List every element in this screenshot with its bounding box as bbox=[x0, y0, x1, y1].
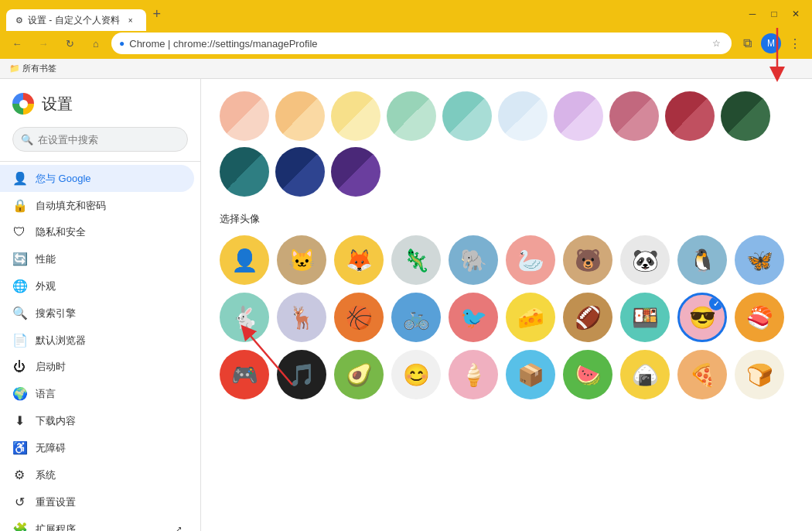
avatar-circle-a1[interactable]: 👤 bbox=[220, 235, 269, 285]
tab-title: 设置 - 自定义个人资料 bbox=[28, 14, 120, 27]
avatar-circle-a29[interactable]: 🍕 bbox=[677, 350, 727, 399]
new-tab-button[interactable]: + bbox=[146, 3, 168, 25]
sidebar-icon-startup: ⏻ bbox=[12, 360, 26, 374]
tab-close-button[interactable]: × bbox=[125, 14, 137, 26]
avatar-circle-a20[interactable]: 🍣 bbox=[735, 293, 784, 342]
sidebar-item-browser[interactable]: 📄 默认浏览器 bbox=[0, 327, 194, 354]
avatar-circle-a15[interactable]: 🐦 bbox=[449, 293, 498, 342]
color-circle-c5[interactable] bbox=[442, 91, 492, 141]
sidebar-item-startup[interactable]: ⏻ 启动时 bbox=[0, 354, 194, 380]
sidebar-item-extensions[interactable]: 🧩 扩展程序 ↗ bbox=[0, 516, 194, 531]
profile-button[interactable]: M bbox=[761, 33, 781, 53]
sidebar-label-privacy: 隐私和安全 bbox=[36, 225, 86, 239]
avatar-circle-a14[interactable]: 🚲 bbox=[391, 293, 441, 342]
url-bar[interactable]: ● Chrome | chrome://settings/manageProfi… bbox=[111, 33, 732, 54]
sidebar-label-language: 语言 bbox=[36, 387, 56, 401]
avatar-circle-a3[interactable]: 🦊 bbox=[334, 235, 384, 285]
close-button[interactable]: ✕ bbox=[786, 4, 806, 24]
color-circle-c13[interactable] bbox=[331, 147, 380, 197]
avatar-circle-a30[interactable]: 🍞 bbox=[735, 350, 784, 399]
forward-button[interactable]: → bbox=[32, 33, 54, 54]
color-circle-c8[interactable] bbox=[609, 91, 659, 141]
avatar-circle-a19[interactable]: 😎✓ bbox=[677, 293, 727, 342]
avatar-circle-a13[interactable]: 🏀 bbox=[334, 293, 384, 342]
avatar-emoji-a6: 🦢 bbox=[517, 248, 544, 273]
extensions-button[interactable]: ⧉ bbox=[736, 33, 758, 54]
avatar-circle-a25[interactable]: 🍦 bbox=[449, 350, 498, 399]
sidebar-item-reset[interactable]: ↺ 重置设置 bbox=[0, 488, 194, 516]
color-circle-c12[interactable] bbox=[275, 147, 325, 197]
sidebar-item-accessibility[interactable]: ♿ 无障碍 bbox=[0, 434, 194, 461]
color-circle-c2[interactable] bbox=[275, 91, 325, 141]
sidebar-item-privacy[interactable]: 🛡 隐私和安全 bbox=[0, 219, 194, 245]
star-button[interactable]: ☆ bbox=[708, 36, 724, 51]
active-tab[interactable]: ⚙ 设置 - 自定义个人资料 × bbox=[6, 9, 146, 31]
avatar-emoji-a23: 🥑 bbox=[346, 362, 373, 388]
avatar-circle-a21[interactable]: 🎮 bbox=[220, 350, 269, 399]
avatar-emoji-a16: 🧀 bbox=[517, 305, 544, 331]
settings-search-bar[interactable]: 🔍 bbox=[12, 127, 188, 152]
avatar-circle-a16[interactable]: 🧀 bbox=[506, 293, 555, 342]
restore-button[interactable]: □ bbox=[764, 4, 784, 24]
color-circle-c9[interactable] bbox=[665, 91, 715, 141]
search-icon: 🔍 bbox=[21, 134, 33, 146]
sidebar-item-sync[interactable]: 👤 您与 Google bbox=[0, 165, 194, 192]
avatar-circle-a26[interactable]: 📦 bbox=[506, 350, 555, 399]
color-circle-c1[interactable] bbox=[220, 91, 269, 141]
avatar-emoji-a26: 📦 bbox=[517, 362, 544, 388]
color-circle-c3[interactable] bbox=[331, 91, 380, 141]
sidebar-item-language[interactable]: 🌍 语言 bbox=[0, 380, 194, 407]
avatar-circle-a24[interactable]: 😊 bbox=[391, 350, 441, 399]
color-circle-c6[interactable] bbox=[498, 91, 548, 141]
sidebar-item-performance[interactable]: 🔄 性能 bbox=[0, 245, 194, 272]
sidebar-icon-search: 🔍 bbox=[12, 306, 26, 320]
home-button[interactable]: ⌂ bbox=[85, 33, 107, 54]
color-grid bbox=[220, 91, 793, 197]
color-circle-c11[interactable] bbox=[220, 147, 269, 197]
bookmarks-label: 所有书签 bbox=[22, 63, 56, 74]
avatar-circle-a9[interactable]: 🐧 bbox=[677, 235, 727, 285]
minimize-button[interactable]: ─ bbox=[742, 4, 763, 24]
avatar-circle-a17[interactable]: 🏈 bbox=[563, 293, 612, 342]
avatar-circle-a11[interactable]: 🐇 bbox=[220, 293, 269, 342]
search-input[interactable] bbox=[38, 134, 179, 146]
avatar-circle-a22[interactable]: 🎵 bbox=[277, 350, 326, 399]
avatar-circle-a8[interactable]: 🐼 bbox=[620, 235, 670, 285]
sidebar-item-downloads[interactable]: ⬇ 下载内容 bbox=[0, 407, 194, 434]
avatar-circle-a6[interactable]: 🦢 bbox=[506, 235, 555, 285]
bookmarks-bar: 📁 所有书签 bbox=[0, 59, 812, 79]
avatar-circle-a12[interactable]: 🦌 bbox=[277, 293, 326, 342]
sidebar-label-browser: 默认浏览器 bbox=[36, 334, 86, 348]
sidebar-item-autofill[interactable]: 🔒 自动填充和密码 bbox=[0, 192, 194, 219]
avatar-check-mark: ✓ bbox=[709, 296, 723, 310]
avatar-emoji-a4: 🦎 bbox=[403, 248, 430, 273]
avatar-circle-a18[interactable]: 🍱 bbox=[620, 293, 670, 342]
avatar-emoji-a11: 🐇 bbox=[231, 305, 258, 331]
sidebar-item-system[interactable]: ⚙ 系统 bbox=[0, 461, 194, 488]
avatar-circle-a27[interactable]: 🍉 bbox=[563, 350, 612, 399]
reload-button[interactable]: ↻ bbox=[59, 33, 80, 54]
avatar-emoji-a30: 🍞 bbox=[746, 362, 773, 388]
avatar-circle-a2[interactable]: 🐱 bbox=[277, 235, 326, 285]
avatar-circle-a7[interactable]: 🐻 bbox=[563, 235, 612, 285]
avatar-emoji-a15: 🐦 bbox=[460, 305, 487, 331]
sidebar-item-search[interactable]: 🔍 搜索引擎 bbox=[0, 300, 194, 327]
color-circle-c7[interactable] bbox=[554, 91, 603, 141]
sidebar-item-appearance[interactable]: 🌐 外观 bbox=[0, 272, 194, 300]
avatar-emoji-a18: 🍱 bbox=[632, 305, 659, 331]
avatar-circle-a10[interactable]: 🦋 bbox=[735, 235, 784, 285]
color-circle-c4[interactable] bbox=[387, 91, 436, 141]
sidebar-label-extensions: 扩展程序 bbox=[36, 522, 76, 532]
avatar-circle-a23[interactable]: 🥑 bbox=[334, 350, 384, 399]
url-security-icon: ● bbox=[119, 38, 125, 49]
menu-button[interactable]: ⋮ bbox=[784, 33, 806, 54]
color-circle-c10[interactable] bbox=[721, 91, 770, 141]
bookmarks-folder[interactable]: 📁 所有书签 bbox=[6, 61, 60, 76]
sidebar-label-autofill: 自动填充和密码 bbox=[36, 199, 106, 213]
avatar-circle-a28[interactable]: 🍙 bbox=[620, 350, 670, 399]
back-button[interactable]: ← bbox=[6, 33, 28, 54]
avatar-circle-a4[interactable]: 🦎 bbox=[391, 235, 441, 285]
avatar-emoji-a9: 🐧 bbox=[689, 248, 716, 273]
content-area[interactable]: 选择头像 👤🐱🦊🦎🐘🦢🐻🐼🐧🦋🐇🦌🏀🚲🐦🧀🏈🍱😎✓🍣🎮🎵🥑😊🍦📦🍉🍙🍕🍞 bbox=[201, 79, 812, 531]
avatar-circle-a5[interactable]: 🐘 bbox=[449, 235, 498, 285]
